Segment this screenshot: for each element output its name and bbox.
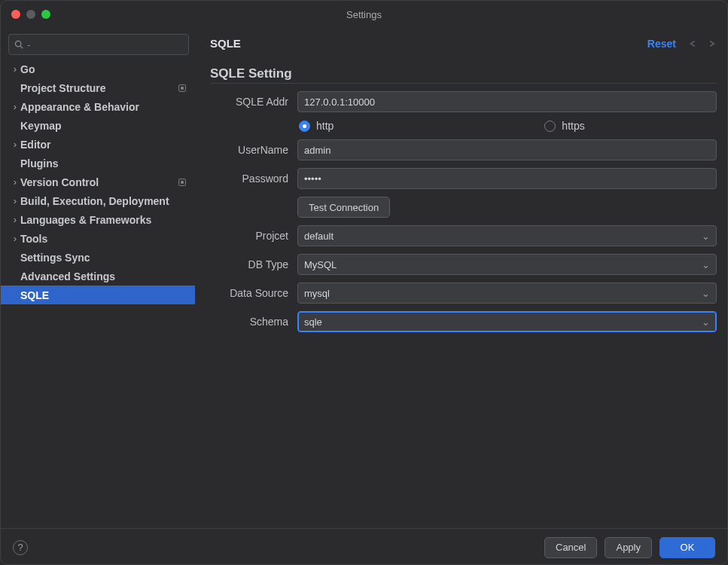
sidebar-item-settings-sync[interactable]: Settings Sync	[1, 248, 195, 267]
sidebar-item-appearance[interactable]: ›Appearance & Behavior	[1, 97, 195, 116]
schema-select[interactable]: sqle⌄	[297, 311, 717, 332]
password-label: Password	[210, 173, 297, 185]
help-icon[interactable]: ?	[13, 540, 28, 555]
nav-forward-icon[interactable]	[706, 40, 717, 47]
apply-button[interactable]: Apply	[605, 537, 652, 558]
chevron-down-icon: ⌄	[702, 231, 710, 242]
cancel-button[interactable]: Cancel	[544, 537, 597, 558]
sidebar-item-languages[interactable]: ›Languages & Frameworks	[1, 210, 195, 229]
minimize-window-icon[interactable]	[26, 10, 35, 19]
settings-tree: ›Go Project Structure ›Appearance & Beha…	[1, 60, 196, 528]
username-input[interactable]	[297, 139, 717, 160]
protocol-https-radio[interactable]: https	[544, 120, 584, 132]
svg-rect-5	[181, 181, 184, 184]
sidebar-item-version-control[interactable]: ›Version Control	[1, 173, 195, 191]
sidebar-item-plugins[interactable]: Plugins	[1, 154, 195, 173]
sidebar-item-build[interactable]: ›Build, Execution, Deployment	[1, 191, 195, 210]
maximize-window-icon[interactable]	[41, 10, 50, 19]
window-controls	[11, 10, 50, 19]
content-pane: SQLE Reset SQLE Setting SQLE Addr http h…	[196, 28, 727, 528]
nav-back-icon[interactable]	[688, 40, 699, 47]
protocol-http-radio[interactable]: http	[299, 120, 334, 132]
section-title: SQLE Setting	[210, 66, 717, 84]
datasource-select[interactable]: mysql⌄	[297, 282, 717, 304]
sidebar-item-editor[interactable]: ›Editor	[1, 135, 195, 154]
close-window-icon[interactable]	[11, 10, 20, 19]
addr-input[interactable]	[297, 91, 717, 112]
reset-button[interactable]: Reset	[647, 38, 676, 50]
chevron-down-icon: ⌄	[702, 259, 710, 270]
sidebar-item-keymap[interactable]: Keymap	[1, 116, 195, 135]
titlebar: Settings	[1, 1, 727, 28]
ok-button[interactable]: OK	[659, 537, 715, 558]
svg-point-0	[15, 41, 20, 46]
chevron-down-icon: ⌄	[702, 316, 710, 328]
password-input[interactable]	[297, 168, 717, 189]
test-connection-button[interactable]: Test Connection	[297, 197, 390, 218]
sidebar-item-go[interactable]: ›Go	[1, 60, 195, 78]
svg-rect-3	[181, 87, 184, 90]
username-label: UserName	[210, 144, 297, 156]
svg-line-1	[20, 46, 23, 48]
search-icon	[14, 39, 24, 50]
sidebar-item-project-structure[interactable]: Project Structure	[1, 78, 195, 97]
schema-label: Schema	[210, 316, 297, 328]
modified-icon	[177, 177, 187, 188]
modified-icon	[177, 83, 187, 93]
chevron-down-icon: ⌄	[702, 288, 710, 299]
project-select[interactable]: default⌄	[297, 225, 717, 246]
search-input[interactable]: -	[8, 34, 189, 55]
breadcrumb: SQLE	[210, 37, 241, 50]
datasource-label: Data Source	[210, 287, 297, 299]
dbtype-select[interactable]: MySQL⌄	[297, 254, 717, 275]
addr-label: SQLE Addr	[210, 96, 297, 108]
sidebar-item-tools[interactable]: ›Tools	[1, 229, 195, 248]
sidebar-item-advanced[interactable]: Advanced Settings	[1, 267, 195, 286]
project-label: Projcet	[210, 230, 297, 242]
sidebar-item-sqle[interactable]: SQLE	[1, 286, 195, 304]
dbtype-label: DB Type	[210, 258, 297, 270]
footer: ? Cancel Apply OK	[1, 528, 727, 565]
sidebar: - ›Go Project Structure ›Appearance & Be…	[1, 28, 196, 528]
window-title: Settings	[1, 9, 727, 20]
